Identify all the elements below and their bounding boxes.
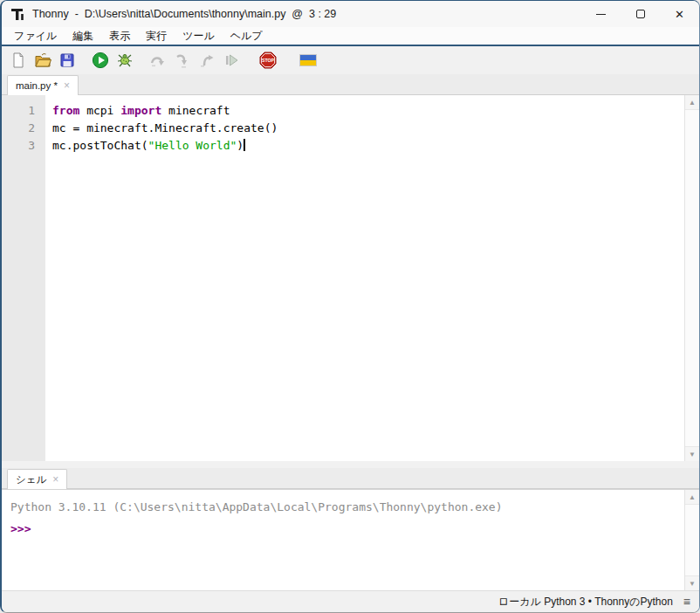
scroll-down-icon[interactable]: ▼ [685,576,699,590]
menu-bar: ファイル 編集 表示 実行 ツール ヘルプ [2,27,699,45]
shell-scrollbar-thumb[interactable] [685,504,699,576]
step-over-icon [149,52,167,69]
menu-item-edit[interactable]: 編集 [65,27,101,45]
shell-banner: Python 3.10.11 (C:\Users\nitta\AppData\L… [10,496,684,518]
close-icon: ✕ [675,8,684,21]
editor-scrollbar-thumb[interactable] [685,109,699,447]
maximize-icon [636,10,645,18]
tab-main-py[interactable]: main.py * × [7,75,79,95]
scroll-up-icon[interactable]: ▲ [685,95,699,109]
thonny-window: Thonny - D:\Users\nitta\Documents\thonny… [0,0,700,613]
editor-tab-bar: main.py * × [2,74,699,95]
line-number-gutter: 1 2 3 [2,95,45,461]
interpreter-switcher[interactable]: ローカル Python 3 • ThonnyのPython [498,595,673,610]
code-editor: 1 2 3 from mcpi import minecraft mc = mi… [2,95,699,461]
open-file-button[interactable] [33,51,52,70]
shell-tab-bar: シェル × [2,468,699,489]
window-title: Thonny - D:\Users\nitta\Documents\thonny… [32,8,336,20]
text-caret [244,139,245,151]
debug-bug-icon [116,52,134,69]
code-line-1: from mcpi import minecraft [52,102,684,120]
code-line-3: mc.postToChat("Hello World") [52,137,684,155]
stop-button[interactable]: STOP [258,51,278,70]
save-icon [58,52,76,69]
shell-scrollbar[interactable]: ▲ ▼ [684,490,699,590]
menu-item-help[interactable]: ヘルプ [223,27,271,45]
window-controls: ✕ [581,1,699,27]
svg-text:STOP: STOP [262,58,275,63]
resume-icon [223,52,240,69]
tab-label: main.py * [16,80,58,91]
tab-shell[interactable]: シェル × [7,469,67,489]
close-button[interactable]: ✕ [660,1,699,27]
menu-item-run[interactable]: 実行 [138,27,175,45]
shell-panel: Python 3.10.11 (C:\Users\nitta\AppData\L… [2,489,699,590]
scroll-down-icon[interactable]: ▼ [685,447,699,461]
menu-item-file[interactable]: ファイル [6,27,65,45]
minimize-button[interactable] [581,1,621,27]
toolbar: STOP [2,46,699,74]
line-number: 1 [2,102,45,120]
thonny-logo-icon [10,7,25,22]
tab-close-icon[interactable]: × [52,474,58,485]
open-folder-icon [34,52,51,69]
step-over-button[interactable] [148,51,168,70]
ukraine-flag-icon [299,54,317,66]
menu-item-view[interactable]: 表示 [101,27,138,45]
step-out-icon [198,52,216,69]
tab-label: シェル [16,473,46,486]
new-file-button[interactable] [9,51,28,70]
maximize-button[interactable] [621,1,660,27]
scroll-up-icon[interactable]: ▲ [685,490,699,504]
stop-icon: STOP [259,52,277,69]
minimize-icon [596,14,606,15]
debug-button[interactable] [115,51,134,70]
editor-scrollbar[interactable]: ▲ ▼ [684,95,699,461]
step-into-icon [174,52,191,69]
shell-prompt: >>> [10,518,684,540]
menu-item-tools[interactable]: ツール [175,27,223,45]
run-button[interactable] [91,51,110,70]
title-bar: Thonny - D:\Users\nitta\Documents\thonny… [2,1,699,27]
new-file-icon [10,52,27,69]
run-icon [92,52,109,69]
step-out-button[interactable] [197,51,216,70]
resume-button[interactable] [222,51,241,70]
code-line-2: mc = minecraft.Minecraft.create() [52,120,684,137]
tab-close-icon[interactable]: × [64,80,70,91]
backend-menu-icon[interactable]: ≡ [683,595,690,609]
line-number: 2 [2,120,45,137]
line-number: 3 [2,137,45,155]
editor-shell-splitter[interactable] [2,461,699,468]
save-file-button[interactable] [58,51,77,70]
status-bar: ローカル Python 3 • ThonnyのPython ≡ [2,590,699,612]
ukraine-support-button[interactable] [299,51,318,70]
code-text-area[interactable]: from mcpi import minecraft mc = minecraf… [45,95,684,461]
step-into-button[interactable] [173,51,192,70]
shell-output[interactable]: Python 3.10.11 (C:\Users\nitta\AppData\L… [2,490,684,590]
